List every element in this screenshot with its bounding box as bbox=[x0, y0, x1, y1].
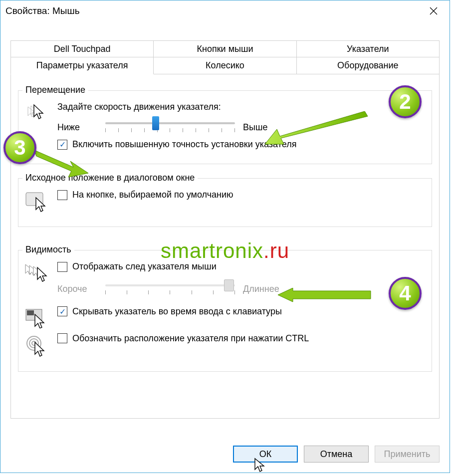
close-button[interactable] bbox=[423, 3, 445, 19]
group-motion-legend: Перемещение bbox=[22, 85, 88, 95]
tab-pointers[interactable]: Указатели bbox=[297, 40, 440, 57]
snap-to-default-label: На кнопке, выбираемой по умолчанию bbox=[72, 190, 233, 200]
annotation-arrow-2 bbox=[265, 111, 370, 146]
cancel-button[interactable]: Отмена bbox=[304, 446, 369, 463]
tab-pointer-options[interactable]: Параметры указателя bbox=[10, 57, 154, 74]
display-trails-label: Отображать след указателя мыши bbox=[72, 261, 217, 272]
checkmark-icon: ✓ bbox=[57, 140, 67, 150]
enhance-precision-checkbox[interactable]: ✓ Включить повышенную точность установки… bbox=[57, 139, 296, 150]
annotation-arrow-3 bbox=[34, 150, 89, 179]
checkmark-icon: ✓ bbox=[57, 306, 67, 316]
svg-marker-6 bbox=[265, 111, 368, 144]
hide-when-typing-checkbox[interactable]: ✓ Скрывать указатель во время ввода с кл… bbox=[57, 306, 282, 317]
display-trails-checkbox[interactable]: Отображать след указателя мыши bbox=[57, 261, 217, 272]
mouse-properties-window: Свойства: Мышь Dell Touchpad Кнопки мыши… bbox=[0, 0, 450, 473]
titlebar: Свойства: Мышь bbox=[0, 0, 450, 21]
tabs-row-2: Параметры указателя Колесико Оборудовани… bbox=[10, 57, 440, 74]
trail-length-slider bbox=[105, 280, 235, 298]
tab-dell-touchpad[interactable]: Dell Touchpad bbox=[10, 40, 154, 57]
enhance-precision-label: Включить повышенную точность установки у… bbox=[72, 139, 296, 150]
ctrl-locate-icon bbox=[23, 333, 50, 357]
snap-to-icon bbox=[23, 190, 50, 213]
trail-long-label: Длиннее bbox=[243, 284, 283, 294]
svg-marker-8 bbox=[278, 288, 371, 302]
cursor-icon bbox=[254, 458, 265, 473]
speed-low-label: Ниже bbox=[57, 122, 97, 133]
group-visibility: Видимость Отображать след указателя мыши bbox=[18, 250, 432, 372]
group-visibility-legend: Видимость bbox=[22, 244, 74, 255]
svg-marker-7 bbox=[34, 150, 88, 177]
pointer-speed-slider[interactable] bbox=[105, 118, 235, 136]
show-location-ctrl-checkbox[interactable]: Обозначить расположение указателя при на… bbox=[57, 333, 309, 344]
window-title: Свойства: Мышь bbox=[5, 5, 80, 16]
annotation-badge-3: 3 bbox=[3, 131, 36, 164]
close-icon bbox=[430, 7, 438, 15]
watermark: smartronix.ru bbox=[161, 239, 289, 263]
annotation-badge-4: 4 bbox=[389, 277, 422, 310]
annotation-badge-2: 2 bbox=[389, 85, 422, 118]
tab-mouse-buttons[interactable]: Кнопки мыши bbox=[154, 40, 296, 57]
hide-when-typing-label: Скрывать указатель во время ввода с клав… bbox=[72, 306, 282, 317]
ok-button[interactable]: ОК bbox=[233, 446, 298, 463]
snap-to-default-checkbox[interactable]: На кнопке, выбираемой по умолчанию bbox=[57, 190, 233, 200]
hide-typing-icon bbox=[23, 306, 50, 328]
dialog-content: Dell Touchpad Кнопки мыши Указатели Пара… bbox=[10, 40, 440, 437]
annotation-arrow-4 bbox=[278, 288, 373, 308]
show-location-ctrl-label: Обозначить расположение указателя при на… bbox=[72, 333, 309, 344]
group-snap-to: Исходное положение в диалоговом окне На … bbox=[18, 178, 432, 227]
pointer-trails-icon bbox=[23, 261, 50, 283]
tab-hardware[interactable]: Оборудование bbox=[297, 57, 440, 74]
tabs-row-1: Dell Touchpad Кнопки мыши Указатели bbox=[10, 40, 440, 57]
trail-short-label: Короче bbox=[57, 284, 97, 294]
apply-button: Применить bbox=[375, 446, 440, 463]
tab-wheel[interactable]: Колесико bbox=[154, 57, 296, 74]
motion-instruction: Задайте скорость движения указателя: bbox=[57, 102, 427, 112]
motion-cursor-icon bbox=[23, 102, 50, 122]
svg-rect-2 bbox=[27, 310, 34, 315]
